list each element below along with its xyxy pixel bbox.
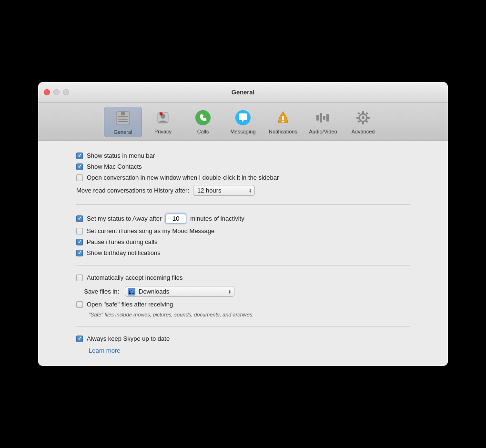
birthday-notifications-label: Show birthday notifications [87,249,161,256]
show-contacts-label: Show Mac Contacts [87,163,142,170]
svg-rect-21 [362,111,364,114]
tab-messaging-label: Messaging [230,129,255,134]
privacy-icon [154,109,172,127]
tab-advanced[interactable]: Advanced [344,107,382,137]
tab-messaging[interactable]: Messaging [224,107,262,137]
svg-point-20 [362,116,364,119]
birthday-notifications-row[interactable]: Show birthday notifications [76,249,410,256]
itunes-mood-row[interactable]: Set current iTunes song as my Mood Messa… [76,227,410,234]
auto-accept-row[interactable]: Automatically accept incoming files [76,274,410,281]
audiovideo-icon [314,109,332,127]
downloads-dropdown-wrapper: 🗂 Downloads Desktop Documents Other... [125,286,234,297]
downloads-dropdown[interactable]: Downloads Desktop Documents Other... [125,286,234,297]
away-status-checkbox[interactable] [76,215,83,222]
svg-rect-17 [323,116,325,120]
svg-rect-2 [118,116,128,117]
traffic-lights [44,89,69,95]
minimize-button[interactable] [53,89,60,95]
section-file-options: Automatically accept incoming files Save… [76,274,410,317]
general-icon [114,109,132,127]
away-status-row[interactable]: Set my status to Away after minutes of i… [76,214,410,224]
svg-rect-13 [282,116,284,120]
open-conversation-label: Open conversation in new window when I d… [87,174,279,181]
notifications-icon [274,109,292,127]
pause-itunes-row[interactable]: Pause iTunes during calls [76,238,410,245]
auto-accept-label: Automatically accept incoming files [87,274,183,281]
history-dropdown[interactable]: 1 hour 4 hours 12 hours 1 day 1 week Alw… [193,185,255,196]
toolbar: General Privacy [38,103,448,141]
svg-rect-4 [118,121,128,122]
auto-accept-checkbox[interactable] [76,275,83,281]
close-button[interactable] [44,89,50,95]
show-status-row[interactable]: Show status in menu bar [76,152,410,159]
messaging-icon [234,109,252,127]
history-dropdown-wrapper: 1 hour 4 hours 12 hours 1 day 1 week Alw… [193,185,255,196]
itunes-mood-label: Set current iTunes song as my Mood Messa… [87,227,214,234]
tab-audiovideo-label: Audio/Video [309,129,337,134]
open-safe-row[interactable]: Open "safe" files after receiving [76,301,410,308]
svg-point-14 [282,121,284,122]
itunes-mood-checkbox[interactable] [76,228,83,234]
save-files-row: Save files in: 🗂 Downloads Desktop Docum… [76,286,410,297]
away-status-label-after: minutes of inactivity [190,215,244,222]
tab-notifications-label: Notifications [269,129,297,134]
titlebar: General [38,82,448,103]
divider-3 [76,326,410,326]
tab-audiovideo[interactable]: Audio/Video [304,107,342,137]
show-status-label: Show status in menu bar [87,152,155,159]
svg-rect-1 [121,112,125,115]
tab-general[interactable]: General [104,107,142,137]
svg-rect-3 [118,119,128,120]
history-row: Move read conversations to History after… [76,185,410,196]
svg-rect-25 [357,112,360,115]
show-contacts-row[interactable]: Show Mac Contacts [76,163,410,170]
calls-icon [194,109,212,127]
open-conversation-row[interactable]: Open conversation in new window when I d… [76,174,410,181]
content-area: Show status in menu bar Show Mac Contact… [38,141,448,366]
history-label: Move read conversations to History after… [76,187,189,194]
learn-more-link[interactable]: Learn more [89,347,120,354]
birthday-notifications-checkbox[interactable] [76,250,83,256]
folder-icon: 🗂 [128,288,135,295]
show-contacts-checkbox[interactable] [76,163,83,170]
tab-privacy[interactable]: Privacy [144,107,182,137]
svg-rect-18 [326,114,329,122]
section-general-options: Show status in menu bar Show Mac Contact… [76,152,410,196]
svg-rect-15 [316,115,319,121]
open-conversation-checkbox[interactable] [76,174,83,181]
section-update: Always keep Skype up to date Learn more [76,335,410,355]
svg-rect-22 [362,122,364,124]
window-title: General [232,89,254,96]
section-status-options: Set my status to Away after minutes of i… [76,214,410,256]
show-status-checkbox[interactable] [76,153,83,159]
maximize-button[interactable] [63,89,69,95]
away-status-label-before: Set my status to Away after [87,215,162,222]
pause-itunes-checkbox[interactable] [76,239,83,245]
divider-1 [76,204,410,205]
tab-privacy-label: Privacy [154,129,172,134]
keep-updated-checkbox[interactable] [76,336,83,342]
main-window: General General [38,82,448,366]
keep-updated-row[interactable]: Always keep Skype up to date [76,335,410,342]
inactivity-minutes-input[interactable] [165,214,186,224]
divider-2 [76,265,410,265]
pause-itunes-label: Pause iTunes during calls [87,238,157,245]
svg-rect-24 [367,117,370,119]
tab-notifications[interactable]: Notifications [264,107,302,137]
open-safe-label: Open "safe" files after receiving [87,301,173,308]
tab-calls[interactable]: Calls [184,107,222,137]
tab-calls-label: Calls [197,129,209,134]
svg-rect-23 [356,117,359,119]
tab-advanced-label: Advanced [352,129,375,134]
advanced-icon [354,109,372,127]
open-safe-checkbox[interactable] [76,301,83,308]
save-files-label: Save files in: [76,288,119,295]
tab-general-label: General [113,129,132,135]
svg-rect-16 [320,113,322,122]
safe-files-note: "Safe" files include movies, pictures, s… [89,312,410,317]
keep-updated-label: Always keep Skype up to date [87,335,170,342]
